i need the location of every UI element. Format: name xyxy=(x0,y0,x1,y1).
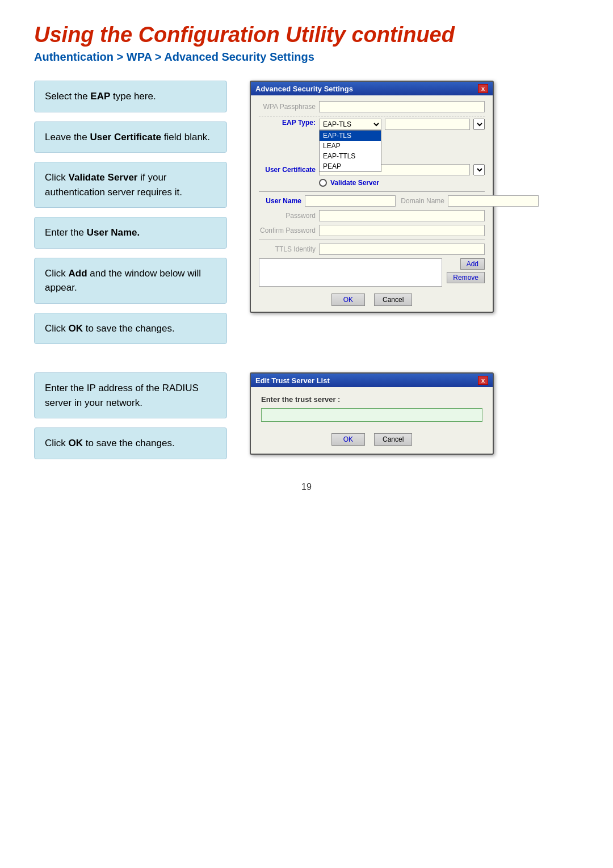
trust-server-input[interactable] xyxy=(261,408,482,422)
callout-ok2: Click OK to save the changes. xyxy=(34,427,227,459)
eap-extra-input[interactable] xyxy=(385,119,470,130)
validate-server-label: Validate Server xyxy=(330,179,379,187)
trust-dialog-title: Edit Trust Server List xyxy=(255,376,330,385)
ttls-identity-input[interactable] xyxy=(319,244,485,255)
eap-type-row: EAP Type: EAP-TLS LEAP EAP-TTLS PEAP xyxy=(259,119,485,130)
bottom-callouts-area: Enter the IP address of the RADIUS serve… xyxy=(34,372,227,459)
eap-type-label: EAP Type: xyxy=(259,119,316,127)
advanced-security-dialog: Advanced Security Settings x WPA Passphr… xyxy=(250,81,494,313)
eap-dropdown-list: EAP-TLS LEAP EAP-TTLS PEAP xyxy=(319,130,381,172)
eap-option-peap[interactable]: PEAP xyxy=(320,161,381,171)
callout-ok1: Click OK to save the changes. xyxy=(34,313,227,345)
dialog-body: WPA Passphrase EAP Type: EAP-TLS LEAP EA… xyxy=(251,95,493,312)
password-row: Password xyxy=(259,210,485,221)
user-certificate-label: User Certificate xyxy=(259,166,316,174)
callout-ok1-bold: OK xyxy=(69,323,83,334)
wpa-passphrase-row: WPA Passphrase xyxy=(259,101,485,112)
confirm-password-row: Confirm Password xyxy=(259,225,485,236)
trust-dialog-area: Edit Trust Server List x Enter the trust… xyxy=(250,372,494,459)
password-label: Password xyxy=(259,212,316,220)
trust-server-prompt: Enter the trust server : xyxy=(261,395,482,404)
dialog-cancel-button[interactable]: Cancel xyxy=(374,293,412,306)
wpa-passphrase-input[interactable] xyxy=(319,101,485,112)
ttls-identity-row: TTLS Identity xyxy=(259,244,485,255)
user-certificate-select[interactable] xyxy=(473,164,485,175)
callout-add: Click Add and the window below will appe… xyxy=(34,258,227,304)
dialog-ok-button[interactable]: OK xyxy=(331,293,365,306)
validate-server-row: Validate Server xyxy=(259,179,485,187)
eap-option-eaptls[interactable]: EAP-TLS xyxy=(320,131,381,141)
list-area-container: Add Remove xyxy=(259,258,485,289)
callout-validate-bold: Validate Server xyxy=(69,172,138,183)
domain-name-label: Domain Name xyxy=(399,197,444,205)
callout-user-cert: Leave the User Certificate field blank. xyxy=(34,121,227,153)
confirm-password-label: Confirm Password xyxy=(259,227,316,234)
ttls-identity-label: TTLS Identity xyxy=(259,245,316,253)
remove-button[interactable]: Remove xyxy=(447,272,485,283)
eap-option-leap[interactable]: LEAP xyxy=(320,141,381,151)
trust-close-button[interactable]: x xyxy=(478,376,488,385)
divider1 xyxy=(259,191,485,192)
domain-name-input[interactable] xyxy=(448,195,539,207)
page-number: 19 xyxy=(34,482,579,492)
confirm-password-input[interactable] xyxy=(319,225,485,236)
callout-username: Enter the User Name. xyxy=(34,217,227,249)
callout-eap-bold: EAP xyxy=(90,91,110,102)
callout-ok2-bold: OK xyxy=(69,438,83,448)
callout-add-bold: Add xyxy=(69,268,87,279)
dialog-titlebar: Advanced Security Settings x xyxy=(251,82,493,95)
top-section: Select the EAP type here. Leave the User… xyxy=(34,81,579,344)
page-title: Using the Configuration Utility continue… xyxy=(34,23,579,47)
trust-body: Enter the trust server : OK Cancel xyxy=(251,387,493,454)
callout-username-bold: User Name. xyxy=(87,227,140,238)
add-button[interactable]: Add xyxy=(460,258,485,270)
callout-validate: Click Validate Server if your authentica… xyxy=(34,162,227,208)
server-list xyxy=(259,258,442,287)
user-name-label: User Name xyxy=(259,197,301,205)
trust-button-row: OK Cancel xyxy=(261,433,482,446)
eap-option-eapttls[interactable]: EAP-TTLS xyxy=(320,151,381,161)
add-remove-buttons: Add Remove xyxy=(447,258,485,283)
password-input[interactable] xyxy=(319,210,485,221)
eap-type-select[interactable]: EAP-TLS LEAP EAP-TTLS PEAP xyxy=(319,119,381,130)
eap-dropdown-container: EAP-TLS LEAP EAP-TTLS PEAP EAP-TLS LEAP … xyxy=(319,119,381,130)
username-domain-row: User Name Domain Name xyxy=(259,195,485,207)
validate-server-radio[interactable] xyxy=(319,179,327,187)
bottom-section: Enter the IP address of the RADIUS serve… xyxy=(34,372,579,459)
trust-titlebar: Edit Trust Server List x xyxy=(251,374,493,387)
dialog-area: Advanced Security Settings x WPA Passphr… xyxy=(250,81,579,344)
callout-user-bold: User Certificate xyxy=(90,132,161,142)
trust-server-dialog: Edit Trust Server List x Enter the trust… xyxy=(250,372,494,455)
callouts-area: Select the EAP type here. Leave the User… xyxy=(34,81,227,344)
wpa-passphrase-label: WPA Passphrase xyxy=(259,103,316,111)
callout-ip-address: Enter the IP address of the RADIUS serve… xyxy=(34,372,227,418)
eap-extra-select[interactable] xyxy=(473,119,485,130)
dialog-close-button[interactable]: x xyxy=(478,84,488,93)
divider2 xyxy=(259,240,485,240)
page-title-prefix: Using the Configuration Utility xyxy=(34,23,351,47)
dialog-button-row: OK Cancel xyxy=(259,293,485,306)
trust-cancel-button[interactable]: Cancel xyxy=(374,433,412,446)
page-subtitle: Authentication > WPA > Advanced Security… xyxy=(34,51,579,64)
user-name-input[interactable] xyxy=(305,195,396,207)
page-title-suffix: continued xyxy=(351,23,455,47)
callout-eap-type: Select the EAP type here. xyxy=(34,81,227,112)
dialog-title: Advanced Security Settings xyxy=(255,85,353,93)
trust-ok-button[interactable]: OK xyxy=(331,433,365,446)
